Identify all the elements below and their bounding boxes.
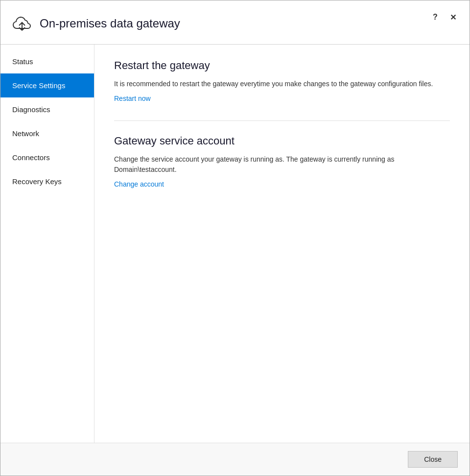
close-button[interactable]: Close — [408, 451, 458, 468]
application-window: On-premises data gateway ? ✕ Status Serv… — [0, 0, 470, 476]
account-section-description: Change the service account your gateway … — [114, 154, 447, 175]
sidebar-item-network-label: Network — [12, 129, 39, 138]
sidebar-item-recovery-keys[interactable]: Recovery Keys — [0, 169, 94, 193]
account-section-title: Gateway service account — [114, 135, 450, 147]
sidebar-item-diagnostics[interactable]: Diagnostics — [0, 97, 94, 121]
help-button[interactable]: ? — [428, 10, 442, 24]
sidebar-item-service-settings[interactable]: Service Settings — [0, 73, 94, 97]
title-bar-left: On-premises data gateway — [10, 12, 428, 35]
restart-section-description: It is recommended to restart the gateway… — [114, 79, 447, 89]
restart-now-link[interactable]: Restart now — [114, 95, 151, 102]
sidebar-item-network[interactable]: Network — [0, 121, 94, 145]
sidebar-item-connectors-label: Connectors — [12, 153, 50, 162]
sidebar-item-service-settings-label: Service Settings — [12, 81, 65, 90]
account-section: Gateway service account Change the servi… — [114, 135, 450, 189]
content-area: Restart the gateway It is recommended to… — [94, 45, 470, 443]
title-bar: On-premises data gateway ? ✕ — [0, 0, 470, 45]
window-close-button[interactable]: ✕ — [446, 10, 460, 24]
title-bar-controls: ? ✕ — [428, 8, 460, 24]
sidebar: Status Service Settings Diagnostics Netw… — [0, 45, 94, 443]
app-title: On-premises data gateway — [40, 17, 180, 30]
restart-section: Restart the gateway It is recommended to… — [114, 59, 450, 103]
cloud-icon — [10, 12, 34, 35]
sidebar-item-status[interactable]: Status — [0, 49, 94, 73]
restart-section-title: Restart the gateway — [114, 59, 450, 72]
sidebar-item-diagnostics-label: Diagnostics — [12, 105, 50, 114]
section-divider — [114, 120, 450, 121]
footer: Close — [0, 443, 470, 476]
change-account-link[interactable]: Change account — [114, 180, 164, 188]
sidebar-item-status-label: Status — [12, 57, 33, 66]
sidebar-item-recovery-keys-label: Recovery Keys — [12, 177, 62, 186]
main-content: Status Service Settings Diagnostics Netw… — [0, 45, 470, 443]
sidebar-item-connectors[interactable]: Connectors — [0, 145, 94, 169]
